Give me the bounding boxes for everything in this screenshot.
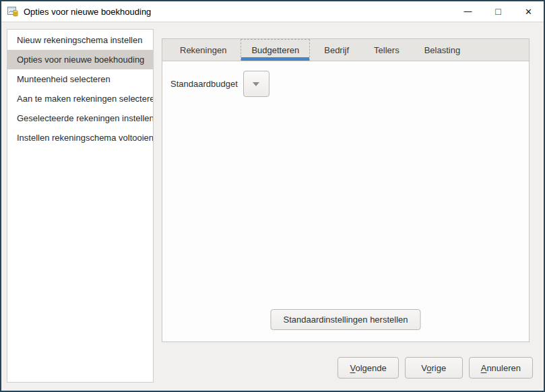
tab-bar: RekeningenBudgetterenBedrijfTellersBelas…	[162, 39, 529, 61]
restore-defaults-button[interactable]: Standaardinstellingen herstellen	[270, 309, 420, 330]
sidebar-item: Aan te maken rekeningen selecteren	[7, 89, 153, 108]
default-budget-row: Standaardbudget	[162, 61, 529, 97]
close-button[interactable]: ✕	[513, 1, 544, 22]
wizard-dialog-window: Opties voor nieuwe boekhouding — □ ✕ Nie…	[0, 0, 545, 392]
maximize-icon: □	[495, 6, 501, 17]
default-budget-dropdown[interactable]	[243, 71, 269, 97]
volgende-button[interactable]: Volgende	[338, 357, 398, 379]
tab-rekeningen[interactable]: Rekeningen	[169, 39, 237, 61]
sidebar-item: Geselecteerde rekeningen instellen	[7, 108, 153, 128]
window-title: Opties voor nieuwe boekhouding	[24, 7, 151, 17]
tab-belasting[interactable]: Belasting	[414, 39, 471, 61]
vorige-button[interactable]: Vorige	[405, 357, 463, 379]
options-notebook: RekeningenBudgetterenBedrijfTellersBelas…	[162, 38, 530, 342]
titlebar: Opties voor nieuwe boekhouding — □ ✕	[1, 1, 544, 22]
minimize-button[interactable]: —	[453, 1, 483, 22]
tab-budgetteren[interactable]: Budgetteren	[241, 39, 310, 61]
tab-bedrijf[interactable]: Bedrijf	[313, 39, 360, 61]
gnucash-app-icon	[7, 6, 18, 17]
sidebar-item: Opties voor nieuwe boekhouding	[7, 50, 153, 69]
budget-tab-panel: Standaardbudget Standaardinstellingen he…	[162, 61, 529, 341]
wizard-steps-sidebar: Nieuw rekeningschema instellenOpties voo…	[7, 29, 154, 383]
triangle-down-icon	[253, 82, 259, 86]
sidebar-item: Nieuw rekeningschema instellen	[7, 30, 153, 50]
sidebar-item: Munteenheid selecteren	[7, 69, 153, 89]
annuleren-button[interactable]: Annuleren	[469, 357, 533, 379]
default-budget-label: Standaardbudget	[170, 79, 238, 89]
minimize-icon: —	[464, 7, 472, 16]
tab-tellers[interactable]: Tellers	[363, 39, 410, 61]
dialog-action-buttons: VolgendeVorigeAnnuleren	[338, 357, 533, 379]
close-icon: ✕	[525, 7, 532, 17]
maximize-button[interactable]: □	[483, 1, 513, 22]
sidebar-item: Instellen rekeningschema voltooien	[7, 128, 153, 148]
window-controls: — □ ✕	[453, 1, 544, 22]
